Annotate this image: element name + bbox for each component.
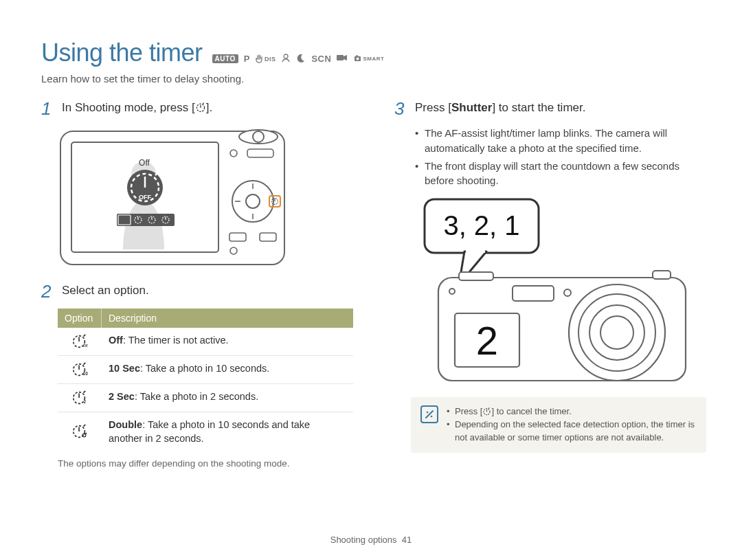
off-label: Off (139, 158, 150, 168)
step-3: 3 Press [Shutter] to start the timer. (394, 100, 706, 117)
svg-line-50 (84, 425, 86, 427)
svg-line-38 (84, 335, 86, 337)
step-3-number: 3 (394, 100, 408, 117)
footer-page: 41 (402, 535, 412, 545)
option-description: Off: The timer is not active. (102, 328, 353, 355)
svg-point-0 (284, 54, 288, 58)
note-item: Press [] to cancel the timer. (447, 405, 697, 418)
subtitle: Learn how to set the timer to delay shoo… (41, 73, 701, 85)
option-description: 2 Sec: Take a photo in 2 seconds. (102, 384, 353, 412)
mode-night-icon (296, 53, 306, 65)
columns: 1 In Shooting mode, press []. (41, 100, 701, 469)
svg-text:2: 2 (84, 399, 87, 404)
table-row: Double: Take a photo in 10 seconds and t… (58, 412, 353, 451)
table-row: 22 Sec: Take a photo in 2 seconds. (58, 384, 353, 412)
front-display-text: 2 (476, 318, 498, 363)
step-1: 1 In Shooting mode, press []. (41, 100, 353, 117)
table-row: OFFOff: The timer is not active. (58, 328, 353, 356)
mode-movie-icon (337, 54, 348, 64)
page: Using the timer AUTO P DIS SCN SMART (0, 0, 742, 560)
bullet: The AF-assist light/timer lamp blinks. T… (415, 126, 706, 156)
note-box: Press [] to cancel the timer. Depending … (411, 397, 706, 453)
step-2-text: Select an option. (62, 282, 149, 299)
option-icon-double (58, 412, 102, 451)
option-icon-off: OFF (58, 328, 102, 355)
table-header: Option Description (58, 309, 353, 328)
step-1-text: In Shooting mode, press []. (62, 100, 212, 116)
mode-icons: AUTO P DIS SCN SMART (212, 53, 385, 65)
th-description: Description (102, 309, 353, 328)
camera-back-diagram: Off OFF (58, 126, 289, 270)
step-3-bullets: The AF-assist light/timer lamp blinks. T… (415, 126, 706, 188)
title-row: Using the timer AUTO P DIS SCN SMART (41, 38, 701, 67)
bubble-text: 3, 2, 1 (443, 210, 519, 240)
svg-point-65 (427, 412, 429, 414)
option-icon-10: 10 (58, 356, 102, 383)
svg-line-46 (84, 391, 86, 393)
note-icon (420, 405, 438, 423)
svg-point-26 (246, 194, 260, 208)
left-column: 1 In Shooting mode, press []. (41, 100, 353, 469)
mode-scn-icon: SCN (311, 54, 331, 64)
svg-point-66 (431, 416, 433, 418)
mode-dis-icon: DIS (256, 54, 276, 64)
option-description: 10 Sec: Take a photo in 10 seconds. (102, 356, 353, 383)
svg-point-52 (85, 433, 87, 434)
mode-beauty-icon (281, 53, 291, 65)
bullet: The front display will start the countdo… (415, 159, 706, 189)
svg-text:OFF: OFF (83, 344, 88, 348)
th-option: Option (58, 309, 102, 328)
svg-rect-4 (356, 56, 358, 57)
option-icon-2: 2 (58, 384, 102, 412)
timer-icon (195, 102, 206, 113)
svg-point-63 (600, 316, 633, 349)
svg-rect-1 (337, 55, 344, 60)
svg-point-3 (357, 58, 359, 60)
note-box-list: Press [] to cancel the timer. Depending … (447, 405, 697, 445)
step-2-number: 2 (41, 282, 55, 300)
page-footer: Shooting options 41 (0, 535, 742, 545)
svg-point-22 (253, 131, 264, 142)
options-note: The options may differ depending on the … (58, 458, 353, 469)
off-badge: OFF (139, 194, 151, 201)
svg-rect-56 (653, 271, 671, 279)
footer-section: Shooting options (330, 535, 397, 545)
mode-auto-icon: AUTO (212, 54, 238, 63)
svg-text:10: 10 (83, 371, 88, 376)
step-2: 2 Select an option. (41, 282, 353, 300)
step-3-text: Press [Shutter] to start the timer. (415, 100, 585, 116)
step-1-number: 1 (41, 100, 55, 117)
page-title: Using the timer (41, 38, 203, 67)
svg-line-42 (84, 363, 86, 365)
mode-p-icon: P (244, 54, 250, 64)
mode-smart-icon: SMART (353, 54, 384, 63)
options-table: Option Description OFFOff: The timer is … (58, 309, 353, 451)
camera-front-diagram: 3, 2, 1 2 (411, 195, 706, 388)
table-row: 1010 Sec: Take a photo in 10 seconds. (58, 356, 353, 384)
option-description: Double: Take a photo in 10 seconds and t… (102, 412, 353, 451)
right-column: 3 Press [Shutter] to start the timer. Th… (394, 100, 706, 469)
timer-icon (482, 407, 491, 416)
note-item: Depending on the selected face detection… (447, 418, 697, 445)
svg-rect-55 (459, 272, 493, 280)
hand-icon (256, 54, 263, 64)
